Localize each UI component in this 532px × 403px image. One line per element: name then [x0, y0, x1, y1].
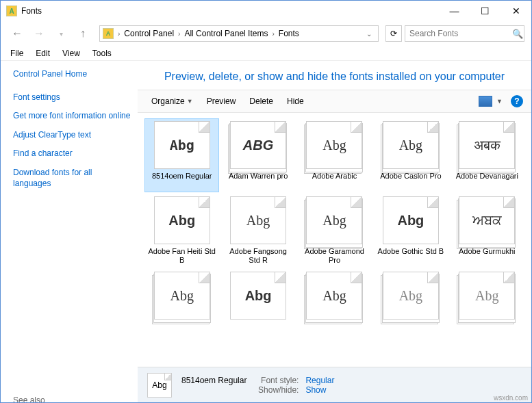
- refresh-button[interactable]: ⟳: [385, 25, 402, 42]
- font-item[interactable]: Abg8514oem Regular: [144, 118, 219, 192]
- address-history-dropdown[interactable]: ⌄: [363, 30, 375, 38]
- font-thumbnail: ABG: [230, 121, 286, 169]
- preview-button[interactable]: Preview: [201, 94, 242, 109]
- toolbar: Organize▼ Preview Delete Hide ▼ ?: [138, 90, 531, 113]
- page-fold-icon: [164, 374, 171, 380]
- search-icon[interactable]: 🔍: [512, 29, 523, 39]
- font-thumbnail: Abg: [230, 272, 286, 320]
- font-item[interactable]: अबकAdobe Devanagari: [450, 118, 524, 192]
- font-name-label: Adobe Fangsong Std R: [224, 247, 292, 265]
- chevron-right-icon[interactable]: ›: [116, 30, 121, 38]
- page-fold-icon: [275, 122, 286, 133]
- font-sample: Abg: [170, 288, 193, 304]
- font-thumbnail: Abg: [154, 272, 210, 320]
- font-name-label: Adobe Gothic Std B: [378, 247, 444, 265]
- font-sample: Abg: [399, 138, 422, 153]
- font-sample: Abg: [168, 213, 195, 229]
- font-item[interactable]: Abg: [144, 269, 219, 343]
- breadcrumb-control-panel[interactable]: Control Panel: [121, 26, 177, 41]
- search-box[interactable]: 🔍: [405, 25, 524, 42]
- font-sample: Abg: [246, 213, 270, 229]
- font-thumbnail: ਅਬਕ: [459, 196, 515, 244]
- font-thumbnail: Abg: [154, 121, 210, 169]
- font-grid: Abg8514oem RegularABGAdam Warren proAbgA…: [144, 118, 524, 343]
- font-item[interactable]: Abg: [297, 269, 372, 343]
- font-name-label: Adobe Fan Heiti Std B: [148, 247, 216, 265]
- sidebar-download-fonts[interactable]: Download fonts for all languages: [13, 168, 131, 189]
- details-thumbnail: Abg: [147, 373, 172, 398]
- menu-tools[interactable]: Tools: [87, 47, 117, 60]
- details-fontstyle-label: Font style:: [253, 376, 299, 385]
- breadcrumb-all-items[interactable]: All Control Panel Items: [181, 26, 270, 41]
- font-thumbnail: Abg: [383, 272, 439, 320]
- fonts-location-icon: A: [103, 28, 114, 39]
- details-showhide-label: Show/hide:: [253, 385, 299, 395]
- page-fold-icon: [503, 197, 514, 208]
- font-grid-area[interactable]: Abg8514oem RegularABGAdam Warren proAbgA…: [138, 113, 531, 367]
- help-button[interactable]: ?: [511, 95, 523, 107]
- forward-button[interactable]: →: [29, 24, 49, 43]
- search-input[interactable]: [409, 29, 512, 38]
- details-showhide-value[interactable]: Show: [305, 385, 326, 395]
- hide-button[interactable]: Hide: [281, 94, 309, 109]
- window-title: Fonts: [21, 6, 439, 16]
- minimize-button[interactable]: —: [439, 1, 470, 21]
- font-item[interactable]: ABGAdam Warren pro: [220, 118, 295, 192]
- fonts-app-icon: A: [6, 5, 17, 16]
- details-font-name: 8514oem Regular: [181, 376, 246, 385]
- font-item[interactable]: AbgAdobe Garamond Pro: [297, 194, 372, 268]
- chevron-down-icon[interactable]: ▼: [496, 98, 503, 105]
- font-sample: Abg: [322, 213, 346, 229]
- sidebar-more-info[interactable]: Get more font information online: [13, 111, 131, 122]
- page-fold-icon: [427, 122, 438, 133]
- sidebar-home[interactable]: Control Panel Home: [13, 69, 131, 80]
- font-item[interactable]: Abg: [220, 269, 295, 343]
- font-name-label: Adam Warren pro: [229, 172, 288, 190]
- titlebar: A Fonts — ☐ ✕: [1, 1, 531, 21]
- organize-button[interactable]: Organize▼: [146, 94, 199, 109]
- sidebar-find-character[interactable]: Find a character: [13, 148, 131, 159]
- font-thumbnail: अबक: [459, 121, 515, 169]
- sidebar-font-settings[interactable]: Font settings: [13, 92, 131, 103]
- page-fold-icon: [199, 197, 210, 208]
- menu-view[interactable]: View: [57, 47, 86, 60]
- page-fold-icon: [427, 197, 438, 208]
- font-thumbnail: Abg: [383, 196, 439, 244]
- font-sample: Abg: [245, 288, 272, 304]
- font-sample: अबक: [474, 138, 501, 153]
- font-name-label: Adobe Caslon Pro: [380, 172, 441, 190]
- font-item[interactable]: AbgAdobe Arabic: [297, 118, 372, 192]
- recent-locations-dropdown[interactable]: ▾: [51, 24, 71, 43]
- font-thumbnail: Abg: [306, 196, 362, 244]
- chevron-right-icon[interactable]: ›: [177, 30, 181, 38]
- up-button[interactable]: ↑: [73, 24, 92, 43]
- font-item[interactable]: AbgAdobe Gothic Std B: [373, 194, 448, 268]
- address-bar[interactable]: A › Control Panel › All Control Panel It…: [99, 25, 379, 42]
- chevron-right-icon[interactable]: ›: [270, 30, 275, 38]
- page-fold-icon: [199, 272, 210, 283]
- view-options-button[interactable]: [479, 96, 492, 107]
- sidebar-cleartype[interactable]: Adjust ClearType text: [13, 130, 131, 141]
- font-item[interactable]: Abg: [450, 269, 524, 343]
- font-name-label: Adobe Gurmukhi: [459, 247, 516, 265]
- maximize-button[interactable]: ☐: [470, 1, 501, 21]
- window-controls: — ☐ ✕: [439, 1, 531, 21]
- font-thumbnail: Abg: [459, 272, 515, 320]
- page-fold-icon: [275, 272, 286, 283]
- font-item[interactable]: ਅਬਕAdobe Gurmukhi: [450, 194, 524, 268]
- menu-edit[interactable]: Edit: [30, 47, 55, 60]
- menu-file[interactable]: File: [5, 47, 29, 60]
- delete-button[interactable]: Delete: [244, 94, 279, 109]
- breadcrumb-fonts[interactable]: Fonts: [276, 26, 302, 41]
- close-button[interactable]: ✕: [501, 1, 531, 21]
- font-thumbnail: Abg: [230, 196, 286, 244]
- font-item[interactable]: AbgAdobe Fan Heiti Std B: [144, 194, 219, 268]
- font-item[interactable]: Abg: [373, 269, 448, 343]
- page-fold-icon: [351, 272, 362, 283]
- seealso-heading: See also: [13, 395, 131, 402]
- font-item[interactable]: AbgAdobe Fangsong Std R: [220, 194, 295, 268]
- back-button[interactable]: ←: [8, 24, 27, 43]
- details-fontstyle-value[interactable]: Regular: [305, 376, 334, 385]
- font-name-label: Adobe Arabic: [312, 172, 357, 190]
- font-item[interactable]: AbgAdobe Caslon Pro: [373, 118, 448, 192]
